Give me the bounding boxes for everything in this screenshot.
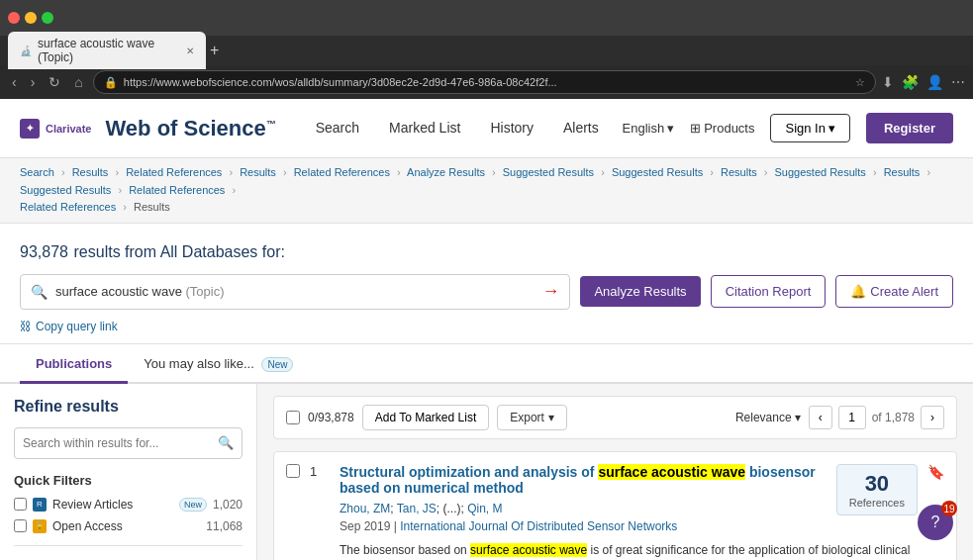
select-all-checkbox[interactable] [286, 411, 300, 424]
products-menu[interactable]: ⊞ Products [690, 121, 754, 136]
profile-icon[interactable]: 👤 [926, 74, 943, 90]
journal-link[interactable]: International Journal Of Distributed Sen… [400, 519, 677, 533]
result-references-box: 30 References [836, 464, 918, 515]
help-button[interactable]: ? 19 [918, 505, 953, 540]
page-total: of 1,878 [872, 411, 915, 424]
results-area: 0/93,878 Add To Marked List Export ▾ Rel… [257, 384, 973, 560]
next-page-button[interactable]: › [921, 406, 944, 429]
result-authors: Zhou, ZM; Tan, JS; (...); Qin, M [340, 502, 918, 515]
breadcrumb-search[interactable]: Search [20, 166, 54, 178]
register-button[interactable]: Register [866, 113, 953, 143]
breadcrumb-results-2[interactable]: Results [240, 166, 276, 178]
refs-label: References [849, 497, 905, 509]
breadcrumb-related-refs-1[interactable]: Related References [126, 166, 222, 178]
analyze-results-button[interactable]: Analyze Results [580, 276, 700, 307]
filter-checkbox-oa[interactable] [14, 519, 27, 532]
result-abstract: The biosensor based on surface acoustic … [340, 541, 918, 560]
maximize-dot[interactable] [42, 12, 53, 24]
sign-in-button[interactable]: Sign In ▾ [770, 114, 849, 142]
add-to-marked-list-button[interactable]: Add To Marked List [362, 405, 490, 430]
app-header: ✦ Clarivate Web of Science™ Search Marke… [0, 99, 973, 158]
search-bar-row: 🔍 surface acoustic wave (Topic) → Analyz… [20, 274, 953, 310]
star-icon[interactable]: ☆ [855, 76, 865, 89]
page-navigation: ‹ of 1,878 › [809, 406, 944, 429]
wos-logo: Web of Science™ [105, 116, 275, 141]
help-badge: 19 [941, 501, 957, 516]
language-selector[interactable]: English ▾ [623, 121, 675, 136]
bookmark-icon[interactable]: 🔖 [927, 464, 944, 480]
breadcrumb-results-1[interactable]: Results [72, 166, 109, 178]
forward-button[interactable]: › [27, 72, 40, 92]
create-alert-button[interactable]: 🔔Create Alert [835, 275, 953, 308]
search-arrow-icon: → [541, 281, 559, 302]
copy-query-link[interactable]: ⛓ Copy query link [20, 320, 953, 333]
extensions-icon[interactable]: 🧩 [902, 74, 919, 90]
lock-icon: 🔒 [104, 76, 118, 89]
filter-oa-label: Open Access [52, 519, 200, 533]
window-controls [8, 12, 53, 24]
search-within-wrap[interactable]: 🔍 [14, 427, 243, 459]
search-within-input[interactable] [23, 436, 218, 450]
breadcrumb-results-3[interactable]: Results [721, 166, 757, 178]
search-within-icon: 🔍 [218, 435, 234, 450]
page-input[interactable] [838, 406, 866, 429]
nav-marked-list[interactable]: Marked List [389, 100, 460, 157]
tab-bar: 🔬 surface acoustic wave (Topic) ✕ + [0, 36, 973, 65]
main-content: Refine results 🔍 Quick Filters R Review … [0, 384, 973, 560]
breadcrumb-related-refs-4[interactable]: Related References [20, 201, 116, 213]
filter-review-count: 1,020 [213, 498, 243, 512]
home-button[interactable]: ⌂ [70, 72, 86, 92]
breadcrumb-suggested-3[interactable]: Suggested Results [775, 166, 866, 178]
chevron-down-icon: ▾ [795, 411, 801, 424]
breadcrumb-analyze[interactable]: Analyze Results [407, 166, 485, 178]
bell-icon: 🔔 [850, 284, 866, 299]
new-tab-button[interactable]: + [210, 42, 219, 59]
tab-close-btn[interactable]: ✕ [186, 46, 194, 56]
search-input-wrap[interactable]: 🔍 surface acoustic wave (Topic) → [20, 274, 570, 310]
more-icon[interactable]: ⋯ [951, 74, 965, 90]
result-card-header: 1 30 References Structural optimization … [286, 464, 944, 560]
new-badge: New [261, 357, 293, 372]
url-text: https://www.webofscience.com/wos/alldb/s… [124, 76, 849, 88]
prev-page-button[interactable]: ‹ [809, 406, 832, 429]
result-content: 30 References Structural optimization an… [340, 464, 918, 560]
help-icon: ? [931, 513, 940, 531]
filter-checkbox-review[interactable] [14, 498, 27, 511]
active-tab[interactable]: 🔬 surface acoustic wave (Topic) ✕ [8, 32, 206, 69]
author-link-3[interactable]: Qin, M [467, 502, 502, 515]
results-count-heading: 93,878 results from All Databases for: [20, 239, 953, 262]
breadcrumb-related-refs-3[interactable]: Related References [129, 184, 225, 196]
minimize-dot[interactable] [25, 12, 37, 24]
breadcrumb-suggested-2[interactable]: Suggested Results [612, 166, 703, 178]
tab-you-may-also-like[interactable]: You may also like... New [128, 348, 309, 384]
reload-button[interactable]: ↻ [45, 72, 64, 92]
author-link-1[interactable]: Zhou, ZM [340, 502, 390, 515]
sort-relevance[interactable]: Relevance ▾ [735, 411, 801, 424]
downloads-icon[interactable]: ⬇ [882, 74, 894, 90]
result-checkbox-1[interactable] [286, 464, 300, 478]
tab-publications[interactable]: Publications [20, 348, 128, 384]
filter-review-articles: R Review Articles New 1,020 [14, 498, 243, 512]
url-box[interactable]: 🔒 https://www.webofscience.com/wos/alldb… [93, 70, 876, 94]
breadcrumb-suggested-4[interactable]: Suggested Results [20, 184, 111, 196]
sidebar: Refine results 🔍 Quick Filters R Review … [0, 384, 257, 560]
result-card: 1 30 References Structural optimization … [273, 451, 957, 560]
nav-search[interactable]: Search [316, 100, 359, 157]
clarivate-logo: ✦ Clarivate [20, 119, 91, 139]
address-bar: ‹ › ↻ ⌂ 🔒 https://www.webofscience.com/w… [0, 65, 973, 99]
result-title[interactable]: Structural optimization and analysis of … [340, 464, 918, 496]
nav-alerts[interactable]: Alerts [563, 100, 599, 157]
close-dot[interactable] [8, 12, 20, 24]
back-button[interactable]: ‹ [8, 72, 21, 92]
breadcrumb-suggested-1[interactable]: Suggested Results [503, 166, 594, 178]
author-link-2[interactable]: Tan, JS [397, 502, 437, 515]
sidebar-divider [14, 545, 243, 546]
clarivate-symbol: ✦ [20, 119, 40, 139]
new-badge-review: New [179, 498, 207, 512]
citation-report-button[interactable]: Citation Report [711, 275, 827, 308]
breadcrumb-related-refs-2[interactable]: Related References [294, 166, 390, 178]
nav-history[interactable]: History [490, 100, 534, 157]
tab-title: surface acoustic wave (Topic) [38, 37, 180, 64]
breadcrumb-results-4[interactable]: Results [884, 166, 921, 178]
export-button[interactable]: Export ▾ [497, 405, 567, 430]
